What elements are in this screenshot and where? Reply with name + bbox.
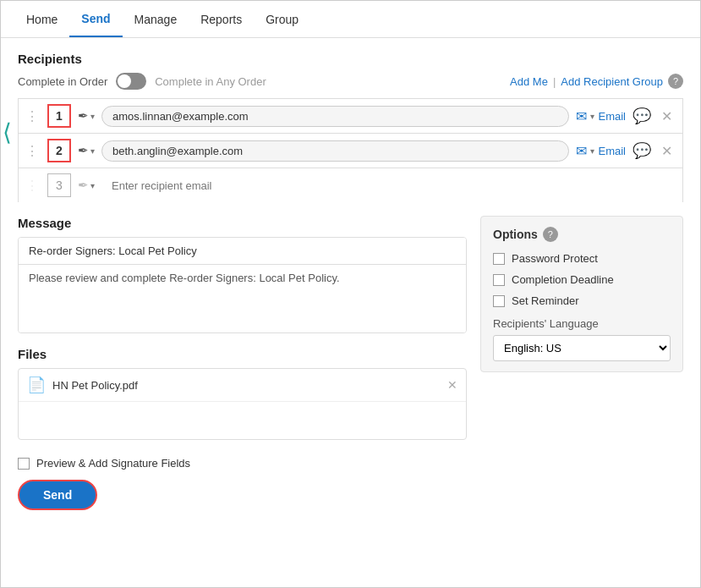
password-protect-checkbox[interactable] [493,253,505,265]
row-number-1: 1 [47,104,71,128]
pen-icon-2: ✒ [78,143,89,158]
close-btn-1[interactable]: ✕ [658,108,676,124]
recipients-help-icon[interactable]: ? [668,74,683,89]
add-recipient-group-button[interactable]: Add Recipient Group [561,75,663,88]
nav-group[interactable]: Group [254,3,310,36]
recipient-row-1: ⋮ 1 ✒ ▾ ✉ ▾ Email 💬 ✕ [18,98,683,133]
options-panel: Options ? Password Protect Completion De… [480,216,683,372]
drag-handle-1[interactable]: ⋮ [25,108,39,124]
complete-in-order-toggle[interactable] [116,73,146,90]
email-type-1[interactable]: ✉ ▾ Email [576,108,626,124]
password-protect-label: Password Protect [512,252,598,265]
option-set-reminder: Set Reminder [493,294,671,307]
drag-handle-3[interactable]: ⋮ [25,178,39,194]
recipients-header: Complete in Order Complete in Any Order … [18,73,683,90]
send-button[interactable]: Send [18,480,97,510]
message-subject[interactable]: Re-order Signers: Local Pet Policy [19,238,466,265]
nav-manage[interactable]: Manage [123,3,189,36]
side-bracket: ⟨ [1,82,13,184]
chevron-icon-3: ▾ [90,181,95,190]
email-chevron-1: ▾ [590,112,594,121]
preview-checkbox[interactable] [18,458,30,470]
file-row-1: 📄 HN Pet Policy.pdf ✕ [19,369,466,402]
email-input-3[interactable] [101,176,676,195]
email-input-2[interactable] [101,140,569,162]
recipient-row-2: ⋮ 2 ✒ ▾ ✉ ▾ Email 💬 ✕ [18,133,683,168]
chat-icon-2[interactable]: 💬 [633,141,651,160]
pen-icon-1: ✒ [78,108,89,124]
type-label-1: Email [598,110,626,123]
file-close-btn[interactable]: ✕ [447,378,457,392]
chevron-icon-2: ▾ [90,146,95,156]
files-title: Files [18,347,467,361]
signer-type-1[interactable]: ✒ ▾ [78,108,95,124]
completion-deadline-checkbox[interactable] [493,274,505,286]
drag-handle-2[interactable]: ⋮ [25,143,39,159]
signer-type-3[interactable]: ✒ ▾ [78,178,95,193]
options-title: Options [493,228,538,241]
row-number-2: 2 [47,139,71,162]
complete-in-order-label: Complete in Order [18,75,107,88]
navigation: Home Send Manage Reports Group [1,1,700,38]
recipients-title: Recipients [18,52,683,66]
message-box: Re-order Signers: Local Pet Policy Pleas… [18,237,467,333]
email-input-1[interactable] [101,106,569,127]
completion-deadline-label: Completion Deadline [512,273,614,286]
row-number-3: 3 [47,173,71,197]
email-icon-2: ✉ [576,143,587,159]
option-password-protect: Password Protect [493,252,671,265]
option-completion-deadline: Completion Deadline [493,273,671,286]
pen-icon-3: ✒ [78,178,89,193]
separator: | [553,75,556,88]
preview-label: Preview & Add Signature Fields [36,457,190,470]
nav-send[interactable]: Send [69,2,122,37]
nav-home[interactable]: Home [14,3,69,36]
add-me-button[interactable]: Add Me [510,75,548,88]
nav-reports[interactable]: Reports [189,3,254,36]
options-help-icon[interactable]: ? [543,227,558,242]
message-title: Message [18,216,467,230]
email-type-2[interactable]: ✉ ▾ Email [576,143,626,159]
preview-wrap: Preview & Add Signature Fields [18,457,683,470]
chevron-icon-1: ▾ [90,112,95,121]
close-btn-2[interactable]: ✕ [658,143,676,159]
email-icon-1: ✉ [576,108,587,124]
set-reminder-checkbox[interactable] [493,295,505,307]
type-label-2: Email [598,145,626,157]
chat-icon-1[interactable]: 💬 [633,107,651,125]
language-section: Recipients' Language English: US English… [493,317,671,361]
pdf-icon: 📄 [27,376,46,394]
signer-type-2[interactable]: ✒ ▾ [78,143,95,158]
language-label: Recipients' Language [493,317,671,330]
complete-any-order-label: Complete in Any Order [155,75,266,88]
message-body[interactable]: Please review and complete Re-order Sign… [19,265,466,332]
language-select[interactable]: English: US English: UK French German Sp… [493,335,671,361]
set-reminder-label: Set Reminder [512,294,578,307]
email-chevron-2: ▾ [590,146,594,156]
recipient-row-3: ⋮ 3 ✒ ▾ [18,168,683,202]
file-name-1: HN Pet Policy.pdf [52,379,441,392]
file-box: 📄 HN Pet Policy.pdf ✕ [18,368,467,440]
